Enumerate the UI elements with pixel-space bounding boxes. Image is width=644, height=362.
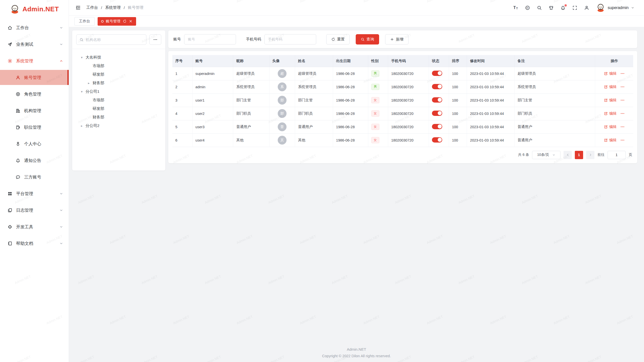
tree-node[interactable]: ▾分公司1 <box>75 87 163 96</box>
menu-collapse-icon[interactable] <box>75 5 81 10</box>
tree-node[interactable]: 市场部 <box>75 96 163 104</box>
cell-phone: 18020030720 <box>388 107 429 120</box>
row-more-button[interactable] <box>620 111 625 116</box>
tree-node[interactable]: ▸分公司2 <box>75 121 163 130</box>
tree-node[interactable]: ▸财务部 <box>75 79 163 87</box>
status-toggle[interactable] <box>432 84 442 89</box>
sidebar-menu: 工作台业务测试系统管理账号管理角色管理机构管理职位管理个人中心通知公告三方账号平… <box>0 18 69 251</box>
cell-birth: 1986-06-28 <box>333 133 368 147</box>
org-search-box <box>76 34 146 45</box>
tab-workbench[interactable]: 工作台 <box>74 17 95 26</box>
edit-button[interactable]: 编辑 <box>604 71 617 76</box>
tree-node-label: 财务部 <box>93 115 104 120</box>
sidebar-item-business-test[interactable]: 业务测试 <box>0 37 69 52</box>
tab-account-mgmt[interactable]: 账号管理 <box>98 17 136 26</box>
tree-node[interactable]: 市场部 <box>75 62 163 70</box>
tree-node[interactable]: 研发部 <box>75 104 163 113</box>
cell-gender: 男 <box>368 67 388 80</box>
sidebar-item-label: 日志管理 <box>16 207 33 213</box>
current-page[interactable]: 1 <box>575 151 583 159</box>
breadcrumb-item[interactable]: 系统管理 <box>105 5 121 10</box>
fullscreen-icon[interactable] <box>572 5 577 10</box>
profile-icon[interactable] <box>584 5 589 10</box>
org-search-input[interactable] <box>86 37 143 42</box>
tree-node[interactable]: 研发部 <box>75 70 163 79</box>
sidebar-item-system-mgmt[interactable]: 系统管理 <box>0 53 69 68</box>
prev-page-button[interactable] <box>564 151 572 159</box>
phone-input[interactable] <box>264 34 316 44</box>
edit-button[interactable]: 编辑 <box>604 98 617 103</box>
column-header-phone: 手机号码 <box>388 55 429 67</box>
sidebar: Admin.NET 工作台业务测试系统管理账号管理角色管理机构管理职位管理个人中… <box>0 0 69 362</box>
status-toggle[interactable] <box>432 71 442 76</box>
column-header-nickname: 昵称 <box>233 55 269 67</box>
row-actions: 编辑 <box>604 111 625 116</box>
status-toggle[interactable] <box>432 124 442 129</box>
chevron-down-icon <box>59 242 63 245</box>
sidebar-item-label: 角色管理 <box>24 91 41 97</box>
cell-status <box>429 133 449 147</box>
user-menu[interactable]: superadmin <box>596 3 634 12</box>
edit-button[interactable]: 编辑 <box>604 111 617 116</box>
sidebar-item-role-mgmt[interactable]: 角色管理 <box>0 86 69 102</box>
goto-page-input[interactable] <box>608 151 626 159</box>
sidebar-item-personal-center[interactable]: 个人中心 <box>0 136 69 151</box>
add-label: 新增 <box>396 37 404 42</box>
account-input[interactable] <box>184 34 236 44</box>
row-more-button[interactable] <box>620 71 625 76</box>
sidebar-item-label: 账号管理 <box>24 75 41 80</box>
notification-icon[interactable] <box>560 5 566 10</box>
tab-refresh-icon[interactable] <box>123 19 127 23</box>
sidebar-item-org-mgmt[interactable]: 机构管理 <box>0 103 69 118</box>
sidebar-item-notice[interactable]: 通知公告 <box>0 153 69 168</box>
status-toggle[interactable] <box>432 111 442 116</box>
caret-right-icon[interactable]: ▸ <box>80 124 84 128</box>
sidebar-item-account-mgmt[interactable]: 账号管理 <box>0 70 69 85</box>
cell-status <box>429 107 449 120</box>
org-more-button[interactable] <box>149 34 161 45</box>
sidebar-item-third-account[interactable]: 三方账号 <box>0 169 69 185</box>
send-icon <box>8 42 12 47</box>
add-button[interactable]: 新增 <box>385 34 409 44</box>
tree-node[interactable]: ▾大名科技 <box>75 53 163 62</box>
total-count: 共 6 条 <box>518 153 529 157</box>
edit-button[interactable]: 编辑 <box>604 138 617 143</box>
reset-button[interactable]: 重置 <box>326 34 350 44</box>
caret-right-icon[interactable]: ▸ <box>87 81 91 85</box>
tree-node[interactable]: 财务部 <box>75 113 163 121</box>
font-size-icon[interactable]: TT <box>513 5 518 10</box>
sidebar-item-log-mgmt[interactable]: 日志管理 <box>0 203 69 218</box>
sidebar-item-help-docs[interactable]: 帮助文档 <box>0 236 69 251</box>
edit-button[interactable]: 编辑 <box>604 124 617 129</box>
gender-badge: 女 <box>371 97 380 103</box>
row-more-button[interactable] <box>620 85 625 89</box>
search-button[interactable]: 查询 <box>356 34 379 44</box>
row-more-button[interactable] <box>620 125 625 129</box>
caret-down-icon[interactable]: ▾ <box>80 56 84 59</box>
theme-icon[interactable] <box>549 5 554 10</box>
status-toggle[interactable] <box>432 97 442 103</box>
translate-icon[interactable]: 中 <box>525 5 530 10</box>
home-icon <box>8 25 12 30</box>
caret-down-icon[interactable]: ▾ <box>80 90 84 94</box>
cell-remark: 超级管理员 <box>514 67 595 80</box>
sidebar-item-dev-tools[interactable]: 开发工具 <box>0 219 69 234</box>
sidebar-item-workbench[interactable]: 工作台 <box>0 20 69 35</box>
chevron-down-icon <box>59 26 63 30</box>
edit-icon <box>604 125 608 129</box>
status-toggle[interactable] <box>432 137 442 143</box>
sidebar-item-label: 通知公告 <box>24 158 41 163</box>
breadcrumb-item[interactable]: 工作台 <box>86 5 98 10</box>
row-more-button[interactable] <box>620 138 625 142</box>
page-footer: Admin.NET Copyright © 2022 Dilon All rig… <box>69 347 644 358</box>
sidebar-item-platform-mgmt[interactable]: 平台管理 <box>0 186 69 201</box>
sidebar-item-position-mgmt[interactable]: 职位管理 <box>0 120 69 135</box>
avatar-char: 超 <box>280 71 284 76</box>
page-size-select[interactable]: 10条/页 <box>532 151 560 159</box>
edit-button[interactable]: 编辑 <box>604 84 617 89</box>
edit-icon <box>604 72 608 75</box>
next-page-button[interactable] <box>586 151 594 159</box>
row-more-button[interactable] <box>620 98 625 102</box>
search-icon[interactable] <box>537 5 542 10</box>
tab-close-icon[interactable] <box>129 19 133 23</box>
